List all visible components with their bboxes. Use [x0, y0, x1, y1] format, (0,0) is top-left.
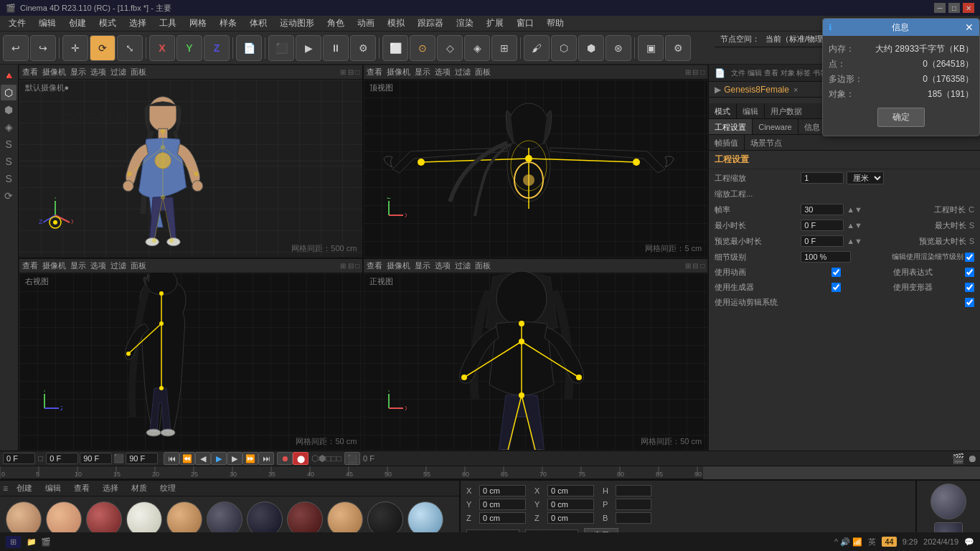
vt-top-options[interactable]: 选项	[435, 67, 451, 77]
tl-start-frame[interactable]	[46, 453, 78, 464]
mograph-button[interactable]: ⬢	[578, 35, 604, 61]
rotate-button[interactable]: ⟳	[90, 35, 116, 61]
vt-right-options[interactable]: 选项	[90, 260, 106, 271]
vt-top-view[interactable]: 查看	[367, 67, 382, 77]
left-icon-8[interactable]: ⟳	[1, 188, 17, 204]
left-icon-7[interactable]: S	[1, 171, 17, 187]
vt-right-camera[interactable]: 摄像机	[42, 260, 66, 271]
vt-right-display[interactable]: 显示	[70, 260, 86, 271]
menu-tools[interactable]: 工具	[154, 16, 182, 31]
minimize-button[interactable]: ─	[934, 3, 946, 13]
tl-next-frame[interactable]: ▶	[227, 452, 242, 465]
viewport-2-button[interactable]: ▶	[296, 35, 321, 61]
input-scale[interactable]	[801, 172, 844, 184]
render-button[interactable]: ▣	[638, 35, 664, 61]
vt-perspective-panel[interactable]: 面板	[131, 67, 146, 77]
menu-simulate[interactable]: 模拟	[382, 16, 410, 31]
menu-volume[interactable]: 体积	[244, 16, 273, 31]
tl-goto-end[interactable]: ⏭	[258, 452, 274, 465]
viewport-3-button[interactable]: ⏸	[323, 35, 349, 61]
menu-select[interactable]: 选择	[123, 16, 152, 31]
preview-min-arrows[interactable]: ▲▼	[847, 237, 862, 245]
subtab-frame-interpolation[interactable]: 帧插值	[709, 135, 745, 151]
cb-use-deformer[interactable]	[965, 283, 974, 292]
coord-y2-input[interactable]	[547, 499, 594, 510]
subtab-cineware[interactable]: Cineware	[753, 119, 798, 135]
axis-z-button[interactable]: Z	[204, 35, 230, 61]
vt-top-display[interactable]: 显示	[415, 67, 430, 77]
mat-tab-texture[interactable]: 纹理	[156, 483, 180, 494]
paint-button[interactable]: 🖌	[524, 35, 550, 61]
viewport-perspective[interactable]: 查看 摄像机 显示 选项 过滤 面板 ⊞ ⊟ □ CGモ型生	[19, 65, 364, 258]
axis-x-button[interactable]: X	[149, 35, 175, 61]
tl-icon-1[interactable]: 🎬	[952, 453, 964, 464]
vt-perspective-camera[interactable]: 摄像机	[42, 67, 66, 77]
menu-mograph[interactable]: 运动图形	[274, 16, 320, 31]
tl-end-frame-2[interactable]	[126, 453, 158, 464]
vt-perspective-display[interactable]: 显示	[70, 67, 86, 77]
subtab-project-settings[interactable]: 工程设置	[709, 119, 753, 135]
menu-extend[interactable]: 扩展	[481, 16, 509, 31]
menu-file[interactable]: 文件	[3, 16, 32, 31]
menu-mesh[interactable]: 网格	[184, 16, 212, 31]
vt-front-camera[interactable]: 摄像机	[387, 260, 410, 271]
tl-prev-frame[interactable]: ◀	[195, 452, 211, 465]
close-button[interactable]: ✕	[963, 3, 974, 13]
undo-button[interactable]: ↩	[3, 35, 29, 61]
left-icon-6[interactable]: S	[1, 154, 17, 169]
render-settings-button[interactable]: ⚙	[665, 35, 691, 61]
dialog-confirm-button[interactable]: 确定	[877, 108, 925, 127]
tab-user-data[interactable]: 用户数据	[765, 103, 808, 119]
coord-h-input[interactable]	[616, 485, 651, 496]
min-length-arrows[interactable]: ▲▼	[847, 221, 862, 230]
vt-perspective-view[interactable]: 查看	[22, 67, 38, 77]
menu-render[interactable]: 渲染	[451, 16, 479, 31]
cb-use-expression[interactable]	[965, 268, 974, 277]
menu-spline[interactable]: 样条	[214, 16, 242, 31]
mat-tab-edit[interactable]: 编辑	[41, 483, 65, 494]
vt-top-camera[interactable]: 摄像机	[387, 67, 410, 77]
status-notification[interactable]: 💬	[964, 537, 974, 547]
menu-edit[interactable]: 编辑	[33, 16, 62, 31]
subtab-scene-nodes[interactable]: 场景节点	[745, 135, 788, 151]
cb-render-lod[interactable]	[965, 253, 974, 262]
tl-icon-2[interactable]: ⏺	[967, 453, 977, 464]
menu-character[interactable]: 角色	[321, 16, 350, 31]
tl-record[interactable]: ⏺	[277, 452, 293, 465]
mat-tab-create[interactable]: 创建	[12, 483, 37, 494]
dynamics-button[interactable]: ⊛	[606, 35, 631, 61]
left-icon-3[interactable]: ⬢	[1, 102, 17, 118]
cb-use-animation[interactable]	[831, 268, 841, 277]
tl-goto-start[interactable]: ⏮	[164, 452, 179, 465]
material-extra-1[interactable]	[920, 484, 977, 519]
mat-tab-view[interactable]: 查看	[70, 483, 94, 494]
vt-right-panel[interactable]: 面板	[131, 260, 146, 271]
menu-mode[interactable]: 模式	[93, 16, 122, 31]
taskbar-explorer[interactable]: 📁	[27, 537, 37, 547]
cb-motion-clip[interactable]	[965, 298, 974, 307]
start-button[interactable]: ⊞	[6, 536, 21, 548]
coord-b-input[interactable]	[616, 512, 651, 524]
coord-z-input[interactable]	[479, 512, 526, 524]
left-icon-2[interactable]: ⬡	[1, 85, 17, 100]
nurbs-button[interactable]: ◈	[464, 35, 490, 61]
vt-top-filter[interactable]: 过滤	[455, 67, 471, 77]
node-space-mode[interactable]: 当前（标准/物理）	[765, 34, 831, 44]
array-button[interactable]: ⊞	[491, 35, 517, 61]
axis-y-button[interactable]: Y	[176, 35, 202, 61]
menu-tracker[interactable]: 跟踪器	[412, 16, 449, 31]
vt-perspective-filter[interactable]: 过滤	[110, 67, 126, 77]
cube-button[interactable]: ⬜	[382, 35, 408, 61]
coord-y-input[interactable]	[479, 499, 526, 510]
tl-current-frame[interactable]	[3, 453, 35, 464]
tl-next-key[interactable]: ⏩	[242, 452, 258, 465]
menu-window[interactable]: 窗口	[511, 16, 540, 31]
menu-help[interactable]: 帮助	[541, 16, 570, 31]
coord-x2-input[interactable]	[547, 485, 594, 496]
vt-front-view[interactable]: 查看	[367, 260, 382, 271]
maximize-button[interactable]: □	[948, 3, 960, 13]
vt-right-filter[interactable]: 过滤	[110, 260, 126, 271]
tl-play[interactable]: ▶	[211, 452, 227, 465]
mat-tab-materials[interactable]: 材质	[127, 483, 151, 494]
mat-tab-select[interactable]: 选择	[98, 483, 123, 494]
